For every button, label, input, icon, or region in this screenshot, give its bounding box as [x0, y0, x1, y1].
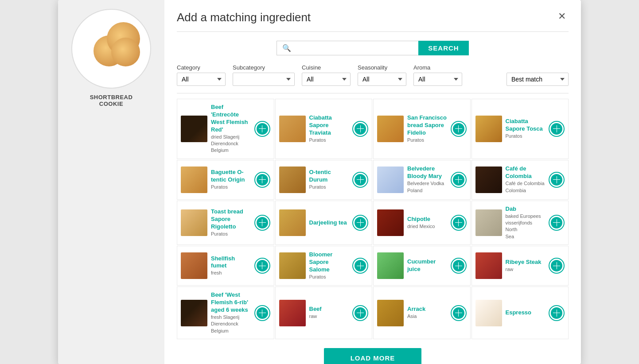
- item-info: Beef 'West Flemish 6-rib' aged 6 weeksfr…: [207, 291, 254, 334]
- item-subtitle: dried Mexico: [407, 223, 447, 230]
- item-name: Arrack: [407, 306, 447, 313]
- item-subtitle: Puratos: [407, 137, 447, 143]
- filter-aroma-label: Aroma: [413, 64, 462, 71]
- sort-select[interactable]: Best match: [507, 73, 569, 86]
- sidebar: SHORTBREAD COOKIE: [58, 0, 164, 364]
- add-ingredient-button[interactable]: [254, 172, 270, 188]
- search-input[interactable]: [294, 44, 413, 52]
- item-thumbnail: [475, 252, 502, 279]
- item-subtitle: raw: [506, 266, 545, 273]
- item-subtitle: baked Europees visserijfonds North Sea: [506, 213, 545, 240]
- item-name: Espresso: [506, 309, 545, 317]
- filter-cuisine-select[interactable]: All: [302, 73, 351, 86]
- add-ingredient-button[interactable]: [451, 121, 467, 137]
- item-card: Beef 'West Flemish 6-rib' aged 6 weeksfr…: [177, 287, 274, 339]
- filter-subcategory: Subcategory: [233, 64, 295, 86]
- filter-aroma-select[interactable]: All: [413, 73, 462, 86]
- item-name: San Francisco bread Sapore Fidelio: [407, 114, 447, 137]
- item-subtitle: dried Slagerij Dierendonck Belgium: [211, 134, 251, 154]
- add-ingredient-button[interactable]: [549, 172, 565, 188]
- item-card: Belvedere Bloody MaryBelvedere Vodka Pol…: [373, 160, 471, 200]
- item-info: Beefraw: [306, 306, 353, 320]
- add-ingredient-button[interactable]: [352, 121, 368, 137]
- add-ingredient-button[interactable]: [352, 258, 368, 274]
- item-name: Belvedere Bloody Mary: [407, 165, 447, 180]
- filter-seasonality-select[interactable]: All: [358, 73, 406, 86]
- item-thumbnail: [181, 252, 207, 279]
- item-card: Baguette O-tentic OriginPuratos: [177, 160, 274, 200]
- plus-horizontal: [259, 266, 266, 266]
- filter-category: Category All: [177, 64, 226, 86]
- add-ingredient-button[interactable]: [254, 215, 270, 231]
- item-info: Ciabatta Sapore ToscaPuratos: [502, 118, 549, 139]
- filter-category-select[interactable]: All: [177, 73, 226, 86]
- item-name: Ribeye Steak: [506, 259, 545, 266]
- plus-horizontal: [357, 313, 364, 313]
- item-card: Beef 'Entrecôte West Flemish Red'dried S…: [177, 99, 274, 159]
- add-ingredient-button[interactable]: [451, 258, 467, 274]
- plus-horizontal: [455, 266, 462, 266]
- plus-horizontal: [357, 179, 364, 180]
- item-name: Chipotle: [407, 216, 447, 223]
- item-info: Ribeye Steakraw: [502, 259, 549, 273]
- item-thumbnail: [475, 300, 502, 326]
- ingredient-name-label: SHORTBREAD COOKIE: [90, 94, 133, 107]
- add-ingredient-button[interactable]: [352, 172, 368, 188]
- item-thumbnail: [475, 116, 502, 142]
- add-ingredient-button[interactable]: [451, 172, 467, 188]
- item-subtitle: raw: [309, 313, 349, 320]
- add-ingredient-button[interactable]: [451, 215, 467, 231]
- item-info: Belvedere Bloody MaryBelvedere Vodka Pol…: [404, 165, 451, 194]
- item-info: Toast bread Sapore RigolettoPuratos: [207, 208, 254, 237]
- modal-title: Add a matching ingredient: [177, 11, 311, 24]
- filter-category-label: Category: [177, 64, 226, 71]
- item-subtitle: Puratos: [211, 231, 251, 237]
- item-info: San Francisco bread Sapore FidelioPurato…: [404, 114, 451, 143]
- item-card: Darjeeling tea: [275, 201, 373, 245]
- item-thumbnail: [181, 300, 207, 326]
- item-card: Ciabatta Sapore TraviataPuratos: [275, 99, 373, 159]
- item-thumbnail: [377, 167, 404, 193]
- item-info: Café de ColombiaCafé de Colombia Colombi…: [502, 165, 549, 194]
- add-ingredient-button[interactable]: [549, 215, 565, 231]
- item-thumbnail: [377, 209, 404, 236]
- sort-group: Best match: [507, 73, 569, 86]
- item-info: Bloomer Sapore SalomePuratos: [306, 251, 353, 280]
- item-subtitle: Puratos: [506, 133, 545, 139]
- item-name: Toast bread Sapore Rigoletto: [211, 208, 251, 231]
- item-card: ArrackAsia: [373, 287, 471, 339]
- item-thumbnail: [181, 209, 207, 236]
- item-thumbnail: [279, 167, 306, 193]
- plus-horizontal: [455, 128, 462, 129]
- add-ingredient-button[interactable]: [549, 258, 565, 274]
- item-thumbnail: [475, 209, 502, 236]
- item-subtitle: Belvedere Vodka Poland: [407, 180, 447, 194]
- item-name: Dab: [506, 205, 545, 213]
- load-more-button[interactable]: LOAD MORE: [324, 348, 422, 364]
- items-grid: Beef 'Entrecôte West Flemish Red'dried S…: [177, 99, 569, 339]
- add-ingredient-button[interactable]: [254, 258, 270, 274]
- add-ingredient-button[interactable]: [254, 121, 270, 137]
- plus-horizontal: [553, 313, 560, 313]
- item-subtitle: fresh: [211, 270, 251, 276]
- add-ingredient-button[interactable]: [254, 305, 270, 321]
- item-subtitle: Puratos: [309, 137, 349, 143]
- filter-cuisine-label: Cuisine: [302, 64, 351, 71]
- plus-horizontal: [455, 313, 462, 313]
- item-subtitle: Asia: [407, 313, 447, 320]
- filter-subcategory-select[interactable]: [233, 73, 295, 86]
- add-ingredient-button[interactable]: [352, 215, 368, 231]
- add-ingredient-button[interactable]: [352, 305, 368, 321]
- item-name: Bloomer Sapore Salome: [309, 251, 349, 274]
- add-ingredient-button[interactable]: [549, 305, 565, 321]
- item-name: Beef 'Entrecôte West Flemish Red': [211, 104, 251, 134]
- search-button[interactable]: SEARCH: [418, 41, 468, 55]
- add-ingredient-button[interactable]: [549, 121, 565, 137]
- add-ingredient-button[interactable]: [451, 305, 467, 321]
- item-name: Darjeeling tea: [309, 219, 349, 227]
- header-row: Add a matching ingredient ✕: [177, 11, 569, 24]
- close-button[interactable]: ✕: [555, 11, 569, 22]
- plus-horizontal: [259, 128, 266, 129]
- item-thumbnail: [377, 252, 404, 279]
- load-more-row: LOAD MORE: [177, 348, 569, 364]
